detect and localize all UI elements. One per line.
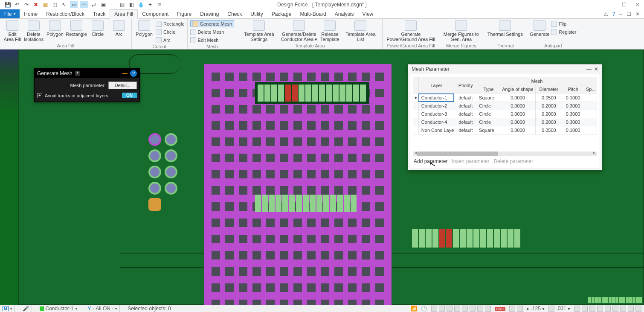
cut-rectangle-button[interactable]: Rectangle [156,20,185,27]
qat-fill-icon[interactable]: ◧ [128,1,135,8]
cut-arc-button[interactable]: Arc [156,36,185,44]
gen-del-conductor-area-button[interactable]: Generate/DeleteConductor Area ▾ [280,20,318,42]
table-row[interactable]: Conductor-3defaultCircle0.00000.20000.30… [413,110,597,118]
shape-circle-button[interactable]: Circle [88,20,107,37]
table-row[interactable]: ▸Conductor-1defaultSquare0.00000.05000.1… [413,93,597,102]
add-parameter-button[interactable]: Add parameter [414,158,447,164]
qat-overflow-icon[interactable]: ≡ [156,1,163,8]
thermal-settings-button[interactable]: Thermal Settings [486,20,524,37]
expand-row-icon[interactable]: + [37,93,42,98]
shape-polygon-button[interactable]: Polygon [45,20,65,37]
clock-icon[interactable]: 🕐 [421,306,427,312]
cut-polygon-button[interactable]: Polygon [134,20,154,37]
col-priority[interactable]: Priority [454,77,477,93]
menu-home[interactable]: Home [20,9,42,18]
edit-mesh-button[interactable]: Edit Mesh [190,36,235,44]
status-icon-13[interactable] [582,306,588,312]
maximize-button[interactable]: ☐ [620,2,628,8]
status-icon-12[interactable] [574,306,580,312]
menu-figure[interactable]: Figure [173,9,196,18]
gen-pg-area-fill-button[interactable]: GeneratePower/Ground Area Fill [385,20,436,42]
generate-mesh-titlebar[interactable]: Generate Mesh + — ? [35,69,139,78]
menu-track[interactable]: Track [89,9,110,18]
template-area-list-button[interactable]: Template AreaList [341,20,380,42]
expand-icon[interactable]: + [75,71,80,76]
col-pitch[interactable]: Pitch [562,85,584,93]
close-button[interactable]: ✕ [634,2,641,8]
mdi-min-icon[interactable]: – [619,11,622,17]
generate-antipad-button[interactable]: Generate [530,20,549,37]
scrollbar-thumb[interactable] [417,152,498,156]
qat-sellasso-icon[interactable]: 〰 [80,1,88,8]
minimize-panel-icon[interactable]: — [122,70,128,76]
status-icon-7[interactable] [477,306,483,312]
menu-restriction[interactable]: Restriction/Block [42,9,88,18]
qat-pointer-icon[interactable]: ↖ [61,1,67,8]
dialog-minimize-icon[interactable]: — [586,66,592,72]
mdi-close-icon[interactable]: ✕ [635,11,640,17]
qat-redo-icon[interactable]: ↷ [23,1,30,8]
qat-undo-icon[interactable]: ↶ [14,1,20,8]
status-icon-11[interactable] [548,306,554,312]
status-icon-9[interactable] [509,306,515,312]
status-coord-2[interactable]: .001 ▾ [556,306,570,312]
col-angle[interactable]: Angle of shape [500,85,536,93]
generate-mesh-button[interactable]: Generate Mesh [190,20,235,27]
status-layer[interactable]: Conductor-1▾ [37,306,80,312]
status-filter[interactable]: Y- All ON -▾ [85,306,120,312]
table-row[interactable]: Non Cond LayerdefaultSquare0.00000.05000… [413,126,597,134]
help-icon[interactable]: ? [612,11,615,17]
status-icon-4[interactable] [454,306,460,312]
merge-figures-button[interactable]: Merge Figures toGen. Area [442,20,480,42]
status-icon-10[interactable] [517,306,523,312]
qat-sparkle-icon[interactable]: ✦ [147,1,154,8]
qat-annotate-icon[interactable]: ▣ [100,1,107,8]
release-template-button[interactable]: ReleaseTemplate [320,20,339,42]
generate-mesh-panel[interactable]: Generate Mesh + — ? Mesh parameter: Deta… [34,68,140,102]
qat-swap-icon[interactable]: ⇄ [90,1,97,8]
cut-circle-button[interactable]: Circle [156,28,185,35]
delete-mesh-button[interactable]: Delete Mesh [190,28,235,35]
menu-analysis[interactable]: Analysis [331,9,358,18]
menu-file[interactable]: File▼ [0,9,20,18]
drc-badge[interactable]: DRC [495,306,506,312]
status-icon-18[interactable] [620,306,626,312]
qat-save-icon[interactable]: 💾 [4,1,11,8]
status-icon-16[interactable] [605,306,611,312]
menu-package[interactable]: Package [267,9,296,18]
qat-selrect-icon[interactable]: ▭ [70,1,78,8]
avoid-tracks-toggle[interactable]: ON [122,93,137,98]
register-button[interactable]: Register [551,28,576,35]
status-icon-2[interactable] [439,306,445,312]
qat-select-icon[interactable]: ◫ [51,1,58,8]
menu-areafill[interactable]: Area Fill [110,9,138,19]
table-row[interactable]: Conductor-4defaultCircle0.00000.20000.30… [413,118,597,126]
status-mode-icon[interactable]: M▾ [0,306,15,311]
mdi-restore-icon[interactable]: ☐ [627,11,631,17]
menu-check[interactable]: Check [223,9,246,18]
status-coord-1[interactable]: ▸ .125 ▾ [527,306,545,312]
status-icon-14[interactable] [589,306,595,312]
warning-icon[interactable]: ⚠ [603,11,608,17]
menu-drawing[interactable]: Drawing [196,9,223,18]
status-icon-8[interactable] [485,306,491,312]
insert-parameter-button[interactable]: Insert parameter [452,158,489,164]
col-diameter[interactable]: Diameter [536,85,562,93]
menu-component[interactable]: Component [138,9,173,18]
qat-toggle-icon[interactable]: — [109,1,116,8]
wifi-icon[interactable]: 📶 [411,306,417,312]
status-icon-17[interactable] [612,306,618,312]
menu-view[interactable]: View [358,9,377,18]
status-icon-6[interactable] [470,306,476,312]
qat-drop-icon[interactable]: 💧 [137,1,144,8]
dialog-close-icon[interactable]: ✕ [594,66,598,72]
shape-rectangle-button[interactable]: Rectangle [67,20,86,37]
template-area-settings-button[interactable]: Template AreaSettings [240,20,278,42]
horizontal-scrollbar[interactable]: ◄ ► [413,152,597,156]
col-layer[interactable]: Layer [418,77,454,93]
delete-parameter-button[interactable]: Delete parameter [493,158,533,164]
col-sp[interactable]: Sp... [584,85,597,93]
status-icon-15[interactable] [597,306,603,312]
status-icon-19[interactable] [628,306,634,312]
status-icon-1[interactable] [431,306,437,312]
